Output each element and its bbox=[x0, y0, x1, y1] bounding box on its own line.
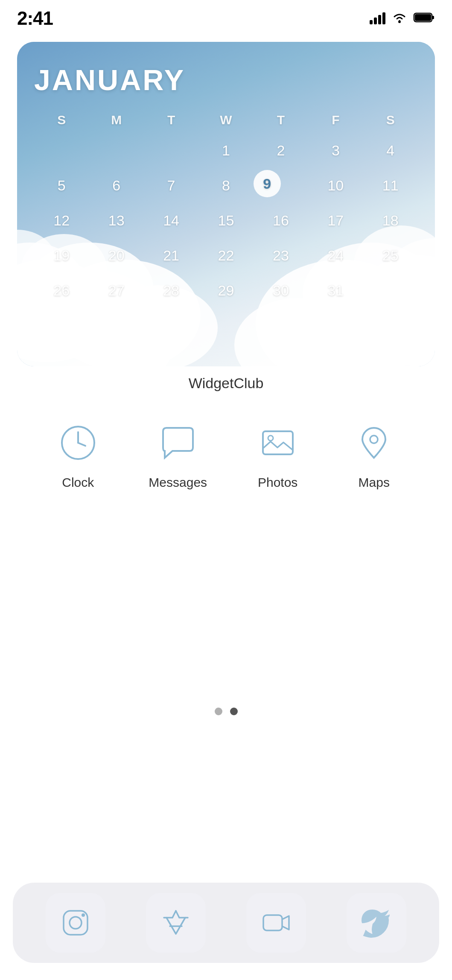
twitter-icon bbox=[361, 907, 392, 938]
wifi-icon bbox=[391, 12, 408, 25]
maps-label: Maps bbox=[359, 475, 390, 490]
day-31: 31 bbox=[308, 275, 363, 306]
day-2: 2 bbox=[254, 135, 308, 166]
page-dot-2 bbox=[230, 708, 238, 715]
battery-icon bbox=[414, 12, 435, 25]
calendar-content: JANUARY S M T W T F S 1 bbox=[17, 42, 435, 323]
clock-label: Clock bbox=[62, 475, 94, 490]
maps-icon-container bbox=[348, 417, 400, 468]
day-17: 17 bbox=[308, 205, 363, 236]
clock-icon bbox=[59, 424, 97, 462]
photos-icon-container bbox=[252, 417, 303, 468]
svg-rect-3 bbox=[415, 14, 431, 21]
page-dots bbox=[0, 690, 452, 741]
calendar-week-4: 19 20 21 22 23 24 25 bbox=[34, 240, 418, 271]
calendar-week-3: 12 13 14 15 16 17 18 bbox=[34, 205, 418, 236]
calendar-week-2: 5 6 7 8 9 10 11 bbox=[34, 170, 418, 201]
day-empty bbox=[89, 135, 143, 166]
svg-point-0 bbox=[398, 20, 401, 23]
weekday-tue: T bbox=[144, 109, 198, 131]
svg-rect-2 bbox=[432, 16, 434, 19]
svg-point-26 bbox=[70, 917, 82, 929]
calendar-month: JANUARY bbox=[34, 63, 418, 97]
messages-label: Messages bbox=[149, 475, 207, 490]
main-content: JANUARY S M T W T F S 1 bbox=[0, 33, 452, 507]
dock-appstore[interactable] bbox=[146, 893, 206, 953]
app-icon-maps[interactable]: Maps bbox=[348, 417, 400, 490]
page-dot-1 bbox=[215, 708, 222, 715]
weekday-thu: T bbox=[254, 109, 308, 131]
day-29: 29 bbox=[198, 275, 253, 306]
weekday-sun: S bbox=[34, 109, 89, 131]
day-26: 26 bbox=[34, 275, 89, 306]
day-30: 30 bbox=[254, 275, 308, 306]
day-28: 28 bbox=[144, 275, 198, 306]
day-11: 11 bbox=[363, 170, 418, 201]
widget-label: WidgetClub bbox=[17, 375, 435, 392]
facetime-icon bbox=[261, 907, 292, 938]
calendar-grid: S M T W T F S 1 2 3 4 bbox=[34, 109, 418, 306]
status-bar: 2:41 bbox=[0, 0, 452, 33]
day-23: 23 bbox=[254, 240, 308, 271]
day-20: 20 bbox=[89, 240, 143, 271]
messages-icon bbox=[159, 424, 197, 462]
day-16: 16 bbox=[254, 205, 308, 236]
weekday-mon: M bbox=[89, 109, 143, 131]
day-15: 15 bbox=[198, 205, 253, 236]
svg-line-21 bbox=[78, 443, 85, 446]
weekday-sat: S bbox=[363, 109, 418, 131]
day-5: 5 bbox=[34, 170, 89, 201]
app-icon-photos[interactable]: Photos bbox=[252, 417, 303, 490]
calendar-week-1: 1 2 3 4 bbox=[34, 135, 418, 166]
calendar-week-5: 26 27 28 29 30 31 bbox=[34, 275, 418, 306]
dock bbox=[13, 883, 439, 963]
day-1: 1 bbox=[198, 135, 253, 166]
day-13: 13 bbox=[89, 205, 143, 236]
messages-icon-container bbox=[152, 417, 204, 468]
maps-icon bbox=[355, 424, 393, 462]
day-21: 21 bbox=[144, 240, 198, 271]
weekday-wed: W bbox=[198, 109, 253, 131]
day-22: 22 bbox=[198, 240, 253, 271]
svg-point-27 bbox=[82, 913, 85, 917]
signal-icon bbox=[370, 12, 385, 24]
day-empty bbox=[363, 275, 418, 306]
day-18: 18 bbox=[363, 205, 418, 236]
status-icons bbox=[370, 12, 435, 25]
svg-point-23 bbox=[268, 436, 273, 441]
day-14: 14 bbox=[144, 205, 198, 236]
day-10: 10 bbox=[308, 170, 363, 201]
svg-rect-22 bbox=[263, 431, 293, 454]
instagram-icon bbox=[60, 907, 91, 938]
svg-rect-29 bbox=[263, 915, 282, 930]
photos-icon bbox=[259, 424, 297, 462]
calendar-header-row: S M T W T F S bbox=[34, 109, 418, 131]
appstore-icon bbox=[160, 907, 191, 938]
dock-facetime[interactable] bbox=[246, 893, 306, 953]
day-6: 6 bbox=[89, 170, 143, 201]
app-icon-messages[interactable]: Messages bbox=[149, 417, 207, 490]
dock-twitter[interactable] bbox=[347, 893, 406, 953]
calendar-widget[interactable]: JANUARY S M T W T F S 1 bbox=[17, 42, 435, 366]
photos-label: Photos bbox=[258, 475, 297, 490]
weekday-fri: F bbox=[308, 109, 363, 131]
app-icon-clock[interactable]: Clock bbox=[52, 417, 104, 490]
day-empty bbox=[144, 135, 198, 166]
status-time: 2:41 bbox=[17, 8, 53, 29]
day-12: 12 bbox=[34, 205, 89, 236]
svg-point-24 bbox=[370, 436, 378, 443]
day-27: 27 bbox=[89, 275, 143, 306]
clock-icon-container bbox=[52, 417, 104, 468]
day-24: 24 bbox=[308, 240, 363, 271]
dock-instagram[interactable] bbox=[46, 893, 105, 953]
day-4: 4 bbox=[363, 135, 418, 166]
day-9-today: 9 bbox=[254, 170, 281, 197]
app-icons-row: Clock Messages Photos bbox=[17, 392, 435, 507]
day-empty bbox=[34, 135, 89, 166]
day-7: 7 bbox=[144, 170, 198, 201]
day-25: 25 bbox=[363, 240, 418, 271]
day-8: 8 bbox=[198, 170, 253, 201]
day-3: 3 bbox=[308, 135, 363, 166]
day-19: 19 bbox=[34, 240, 89, 271]
